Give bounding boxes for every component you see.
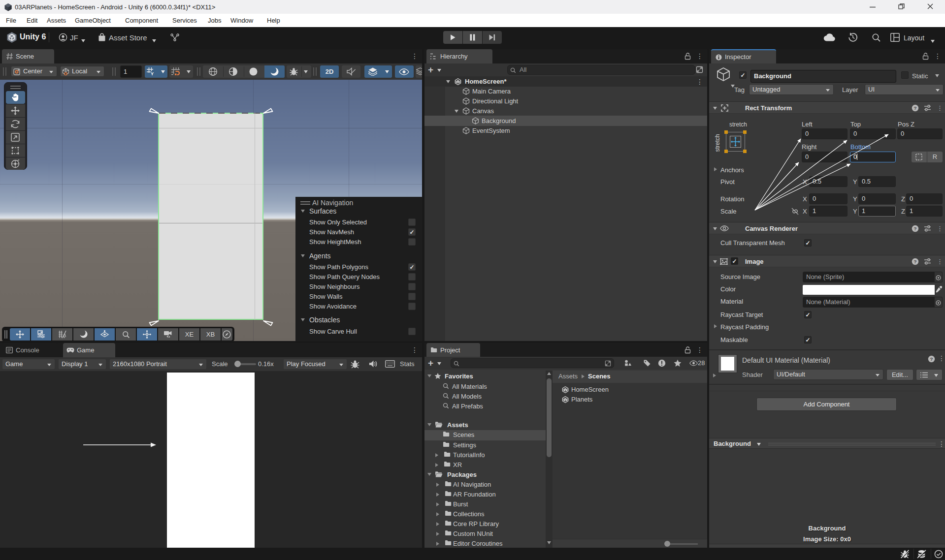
svg-text:?: ? [913,105,916,111]
svg-text:?: ? [930,356,933,362]
svg-text:Y: Y [151,71,154,76]
svg-text:?: ? [913,259,916,264]
svg-text:?: ? [913,226,916,231]
